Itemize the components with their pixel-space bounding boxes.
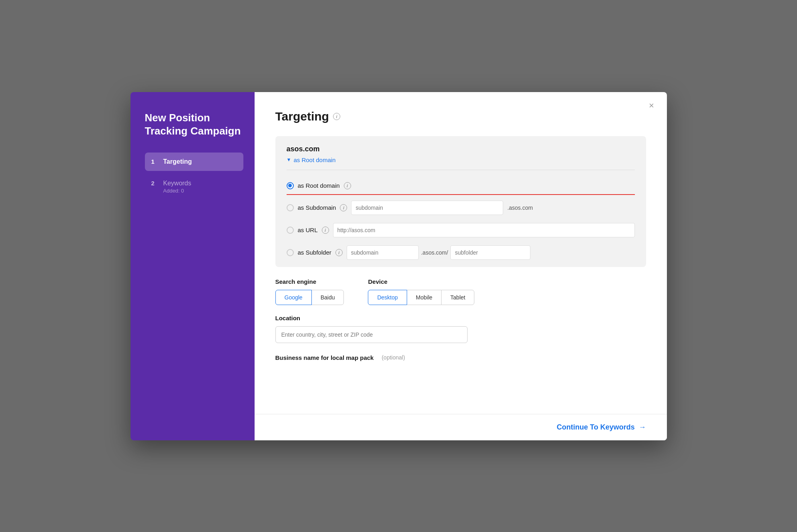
sidebar-step-2[interactable]: 2 Keywords Added: 0 <box>145 174 243 199</box>
footer-bar: Continue To Keywords → <box>255 414 667 440</box>
page-title: Targeting i <box>275 110 646 123</box>
device-section: Device Desktop Mobile Tablet <box>368 278 474 305</box>
url-input[interactable] <box>333 223 635 237</box>
domain-type-toggle[interactable]: ▼ as Root domain <box>287 157 635 170</box>
sidebar-title: New Position Tracking Campaign <box>145 111 243 139</box>
subdomain-suffix: .asos.com <box>507 205 533 211</box>
close-button[interactable]: × <box>645 99 658 112</box>
radio-subfolder-label: as Subfolder <box>298 249 331 256</box>
step-1-number: 1 <box>151 158 158 165</box>
step-1-label: Targeting <box>163 158 192 165</box>
arrow-right-icon: → <box>639 423 646 432</box>
radio-subdomain-label: as Subdomain <box>298 204 336 211</box>
radio-root-checked[interactable] <box>287 182 294 189</box>
radio-subdomain[interactable]: as Subdomain i .asos.com <box>287 197 635 219</box>
subfolder-subdomain-input[interactable] <box>347 245 419 260</box>
radio-subfolder-btn[interactable] <box>287 249 294 256</box>
location-input[interactable] <box>275 326 468 343</box>
radio-subdomain-btn[interactable] <box>287 204 294 211</box>
step-2-number: 2 <box>151 180 158 187</box>
subfolder-middle-text: .asos.com/ <box>421 249 448 256</box>
step-2-sub: Added: 0 <box>163 188 191 194</box>
search-baidu-btn[interactable]: Baidu <box>311 290 344 305</box>
domain-card: asos.com ▼ as Root domain as Root domain… <box>275 136 646 267</box>
sidebar-step-1[interactable]: 1 Targeting <box>145 153 243 171</box>
main-content: × Targeting i asos.com ▼ as Root domain <box>255 92 667 440</box>
chevron-down-icon: ▼ <box>287 157 291 163</box>
business-name-section: Business name for local map pack (option… <box>275 354 646 361</box>
subfolder-path-input[interactable] <box>450 245 530 260</box>
sidebar: New Position Tracking Campaign 1 Targeti… <box>130 92 255 440</box>
domain-options: as Root domain i as Subdomain i .asos.co… <box>287 170 635 267</box>
continue-button[interactable]: Continue To Keywords → <box>557 423 646 432</box>
search-engine-section: Search engine Google Baidu <box>275 278 344 305</box>
search-google-btn[interactable]: Google <box>275 290 312 305</box>
device-mobile-btn[interactable]: Mobile <box>407 290 442 305</box>
domain-name: asos.com <box>287 145 635 153</box>
subfolder-info-icon[interactable]: i <box>335 249 343 256</box>
root-info-icon[interactable]: i <box>344 182 351 189</box>
search-engine-group: Google Baidu <box>275 290 344 305</box>
radio-root-label: as Root domain <box>298 182 340 189</box>
content-scroll: Targeting i asos.com ▼ as Root domain as… <box>255 92 667 414</box>
radio-url[interactable]: as URL i <box>287 219 635 241</box>
business-name-label: Business name for local map pack <box>275 354 374 361</box>
search-engine-label: Search engine <box>275 278 344 285</box>
modal: New Position Tracking Campaign 1 Targeti… <box>130 92 667 440</box>
url-info-icon[interactable]: i <box>322 227 329 234</box>
business-name-optional: (optional) <box>381 354 405 361</box>
device-desktop-btn[interactable]: Desktop <box>368 290 407 305</box>
device-tablet-btn[interactable]: Tablet <box>441 290 474 305</box>
subdomain-input[interactable] <box>351 201 503 215</box>
radio-url-btn[interactable] <box>287 227 294 234</box>
device-group: Desktop Mobile Tablet <box>368 290 474 305</box>
location-section: Location <box>275 315 646 343</box>
location-label: Location <box>275 315 646 321</box>
device-label: Device <box>368 278 474 285</box>
radio-subfolder[interactable]: as Subfolder i .asos.com/ <box>287 241 635 264</box>
radio-root-domain[interactable]: as Root domain i <box>287 178 635 195</box>
title-info-icon[interactable]: i <box>333 113 340 120</box>
radio-url-label: as URL <box>298 227 318 233</box>
subdomain-info-icon[interactable]: i <box>340 204 347 211</box>
search-device-row: Search engine Google Baidu Device Deskto… <box>275 278 646 305</box>
step-2-label: Keywords <box>163 180 191 187</box>
